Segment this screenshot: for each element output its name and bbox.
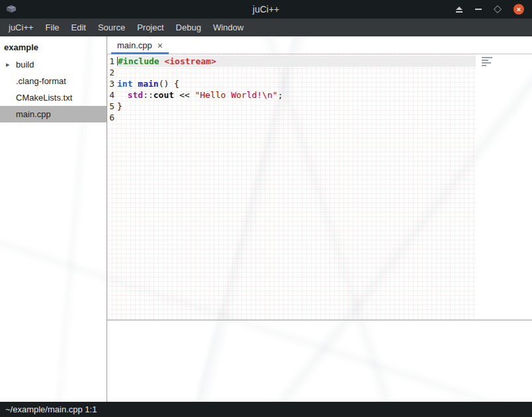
tree-item-clang-format[interactable]: .clang-format xyxy=(0,73,107,89)
code-line-5[interactable]: 5} xyxy=(107,101,476,112)
eject-bar xyxy=(456,11,463,13)
line-text: int main() { xyxy=(117,78,476,89)
tree-item-main-cpp[interactable]: main.cpp xyxy=(0,106,107,122)
minimap-mark xyxy=(482,60,488,61)
tree-item-label: build xyxy=(16,60,34,70)
code-line-4[interactable]: 4 std::cout << "Hello World!\n"; xyxy=(107,89,476,101)
menu-item-juci[interactable]: juCi++ xyxy=(3,23,40,32)
close-icon[interactable]: × xyxy=(513,4,524,15)
window-controls: × xyxy=(456,4,532,15)
minimap-mark xyxy=(482,57,492,58)
status-file-position: ~/example/main.cpp 1:1 xyxy=(5,404,97,414)
minimap-mark xyxy=(482,62,491,64)
editor-column: main.cpp × 1#include <iostream>23int mai… xyxy=(107,36,532,402)
line-text: } xyxy=(117,101,476,112)
tree-item-build[interactable]: ▸build xyxy=(0,56,107,73)
menu-item-debug[interactable]: Debug xyxy=(170,23,207,32)
content-area: example ▸build.clang-formatCMakeLists.tx… xyxy=(0,36,532,402)
file-tree[interactable]: example ▸build.clang-formatCMakeLists.tx… xyxy=(0,36,107,402)
menu-bar: juCi++FileEditSourceProjectDebugWindow xyxy=(0,19,532,36)
tab-main-cpp[interactable]: main.cpp × xyxy=(111,38,169,54)
line-number: 2 xyxy=(107,67,117,78)
code-editor[interactable]: 1#include <iostream>23int main() {4 std:… xyxy=(107,54,532,320)
window-title: juCi++ xyxy=(0,4,532,15)
tree-item-label: .clang-format xyxy=(16,76,66,86)
line-text xyxy=(117,112,476,123)
line-number: 5 xyxy=(107,101,117,112)
tree-item-cmakelists-txt[interactable]: CMakeLists.txt xyxy=(0,89,107,106)
code-line-3[interactable]: 3int main() { xyxy=(107,78,476,89)
code-lines: 1#include <iostream>23int main() {4 std:… xyxy=(107,54,476,123)
app-icon xyxy=(5,5,17,15)
status-bar: ~/example/main.cpp 1:1 xyxy=(0,402,532,417)
line-text: #include <iostream> xyxy=(117,56,476,67)
restore-icon[interactable] xyxy=(494,6,501,13)
titlebar[interactable]: juCi++ × xyxy=(0,0,532,19)
menu-item-file[interactable]: File xyxy=(40,23,66,32)
line-number: 6 xyxy=(107,112,117,123)
tree-item-label: CMakeLists.txt xyxy=(16,93,72,103)
line-text: std::cout << "Hello World!\n"; xyxy=(117,89,476,101)
code-line-2[interactable]: 2 xyxy=(107,67,476,78)
restore-box xyxy=(494,5,502,13)
tab-bar: main.cpp × xyxy=(107,36,532,54)
overview-map[interactable] xyxy=(482,57,495,66)
menu-item-edit[interactable]: Edit xyxy=(66,23,92,32)
minimize-icon[interactable] xyxy=(475,9,482,10)
line-number: 1 xyxy=(107,56,117,67)
menu-item-source[interactable]: Source xyxy=(92,23,131,32)
app-window: juCi++ × juCi++FileEditSourceProjectDebu… xyxy=(0,0,532,417)
menu-item-project[interactable]: Project xyxy=(131,23,169,32)
minimap-mark xyxy=(482,65,486,66)
code-line-1[interactable]: 1#include <iostream> xyxy=(107,56,476,67)
tree-item-label: main.cpp xyxy=(16,109,51,119)
line-number: 3 xyxy=(107,78,117,89)
tab-close-icon[interactable]: × xyxy=(157,41,163,50)
expander-icon[interactable]: ▸ xyxy=(6,56,10,73)
tree-root-label: example xyxy=(0,39,107,56)
tree-items: ▸build.clang-formatCMakeLists.txtmain.cp… xyxy=(0,56,107,122)
line-number: 4 xyxy=(107,89,117,101)
menu-item-window[interactable]: Window xyxy=(207,23,249,32)
minimize-bar xyxy=(475,9,482,10)
code-line-6[interactable]: 6 xyxy=(107,112,476,123)
output-panel[interactable] xyxy=(107,320,532,402)
eject-icon[interactable] xyxy=(456,7,463,13)
line-text xyxy=(117,67,476,78)
tab-label: main.cpp xyxy=(117,40,152,50)
eject-triangle xyxy=(456,7,463,10)
